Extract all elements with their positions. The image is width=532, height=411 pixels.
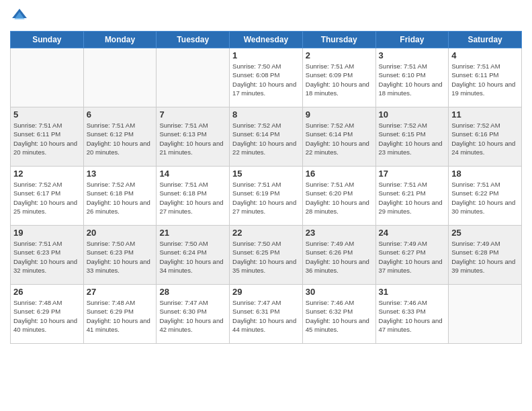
day-info: Sunrise: 7:48 AM Sunset: 6:29 PM Dayligh… (87, 298, 154, 334)
day-info: Sunrise: 7:51 AM Sunset: 6:10 PM Dayligh… (379, 62, 446, 97)
day-info: Sunrise: 7:51 AM Sunset: 6:12 PM Dayligh… (87, 121, 154, 156)
day-info: Sunrise: 7:49 AM Sunset: 6:28 PM Dayligh… (451, 239, 519, 275)
day-info: Sunrise: 7:52 AM Sunset: 6:16 PM Dayligh… (451, 121, 519, 156)
calendar-cell: 14Sunrise: 7:51 AM Sunset: 6:18 PM Dayli… (157, 167, 230, 226)
day-number: 19 (13, 228, 81, 238)
day-number: 14 (159, 169, 226, 179)
day-number: 5 (13, 109, 81, 120)
day-number: 29 (232, 287, 300, 297)
day-header-thursday: Thursday (302, 32, 375, 48)
day-info: Sunrise: 7:51 AM Sunset: 6:23 PM Dayligh… (13, 239, 81, 275)
calendar-cell: 20Sunrise: 7:50 AM Sunset: 6:23 PM Dayli… (83, 226, 157, 285)
day-info: Sunrise: 7:48 AM Sunset: 6:29 PM Dayligh… (13, 298, 81, 334)
calendar-cell (449, 285, 522, 344)
calendar-table: SundayMondayTuesdayWednesdayThursdayFrid… (10, 31, 522, 344)
day-number: 13 (87, 169, 154, 179)
day-number: 31 (379, 287, 446, 297)
calendar-cell: 7Sunrise: 7:51 AM Sunset: 6:13 PM Daylig… (157, 107, 230, 167)
day-number: 9 (306, 109, 373, 120)
day-number: 4 (451, 50, 519, 60)
day-number: 6 (87, 109, 154, 120)
day-header-friday: Friday (375, 32, 449, 48)
day-info: Sunrise: 7:47 AM Sunset: 6:31 PM Dayligh… (232, 298, 300, 334)
day-info: Sunrise: 7:50 AM Sunset: 6:23 PM Dayligh… (87, 239, 154, 275)
day-info: Sunrise: 7:50 AM Sunset: 6:24 PM Dayligh… (159, 239, 226, 275)
day-number: 8 (232, 109, 300, 120)
calendar-cell: 25Sunrise: 7:49 AM Sunset: 6:28 PM Dayli… (449, 226, 522, 285)
calendar-cell: 9Sunrise: 7:52 AM Sunset: 6:14 PM Daylig… (302, 107, 375, 167)
day-info: Sunrise: 7:52 AM Sunset: 6:15 PM Dayligh… (379, 121, 446, 156)
day-info: Sunrise: 7:46 AM Sunset: 6:33 PM Dayligh… (379, 298, 446, 334)
calendar-cell: 11Sunrise: 7:52 AM Sunset: 6:16 PM Dayli… (449, 107, 522, 167)
day-info: Sunrise: 7:46 AM Sunset: 6:32 PM Dayligh… (306, 298, 373, 334)
week-row-4: 19Sunrise: 7:51 AM Sunset: 6:23 PM Dayli… (11, 226, 522, 285)
day-info: Sunrise: 7:52 AM Sunset: 6:18 PM Dayligh… (87, 180, 154, 216)
calendar-cell: 12Sunrise: 7:52 AM Sunset: 6:17 PM Dayli… (11, 167, 84, 226)
day-info: Sunrise: 7:49 AM Sunset: 6:27 PM Dayligh… (379, 239, 446, 275)
day-header-sunday: Sunday (11, 32, 84, 48)
week-row-3: 12Sunrise: 7:52 AM Sunset: 6:17 PM Dayli… (11, 167, 522, 226)
day-info: Sunrise: 7:51 AM Sunset: 6:18 PM Dayligh… (159, 180, 226, 216)
calendar-cell: 26Sunrise: 7:48 AM Sunset: 6:29 PM Dayli… (11, 285, 84, 344)
day-number: 25 (451, 228, 519, 238)
day-info: Sunrise: 7:52 AM Sunset: 6:14 PM Dayligh… (232, 121, 300, 156)
day-number: 30 (306, 287, 373, 297)
day-number: 28 (159, 287, 226, 297)
calendar-cell: 30Sunrise: 7:46 AM Sunset: 6:32 PM Dayli… (302, 285, 375, 344)
week-row-2: 5Sunrise: 7:51 AM Sunset: 6:11 PM Daylig… (11, 107, 522, 167)
day-header-saturday: Saturday (449, 32, 522, 48)
day-info: Sunrise: 7:52 AM Sunset: 6:14 PM Dayligh… (306, 121, 373, 156)
day-info: Sunrise: 7:51 AM Sunset: 6:11 PM Dayligh… (13, 121, 81, 156)
calendar-cell: 15Sunrise: 7:51 AM Sunset: 6:19 PM Dayli… (230, 167, 303, 226)
calendar-cell: 6Sunrise: 7:51 AM Sunset: 6:12 PM Daylig… (83, 107, 157, 167)
week-row-1: 1Sunrise: 7:50 AM Sunset: 6:08 PM Daylig… (11, 48, 522, 107)
calendar-cell: 19Sunrise: 7:51 AM Sunset: 6:23 PM Dayli… (11, 226, 84, 285)
calendar-cell: 3Sunrise: 7:51 AM Sunset: 6:10 PM Daylig… (375, 48, 449, 107)
logo-icon (10, 7, 29, 26)
header (10, 7, 522, 26)
day-number: 11 (451, 109, 519, 120)
day-number: 27 (87, 287, 154, 297)
calendar-cell: 22Sunrise: 7:50 AM Sunset: 6:25 PM Dayli… (230, 226, 303, 285)
header-row: SundayMondayTuesdayWednesdayThursdayFrid… (11, 32, 522, 48)
day-info: Sunrise: 7:51 AM Sunset: 6:13 PM Dayligh… (159, 121, 226, 156)
day-number: 17 (379, 169, 446, 179)
day-number: 3 (379, 50, 446, 60)
calendar-cell: 10Sunrise: 7:52 AM Sunset: 6:15 PM Dayli… (375, 107, 449, 167)
day-header-wednesday: Wednesday (230, 32, 303, 48)
calendar-cell (83, 48, 157, 107)
day-info: Sunrise: 7:51 AM Sunset: 6:22 PM Dayligh… (451, 180, 519, 216)
day-number: 26 (13, 287, 81, 297)
calendar-cell: 24Sunrise: 7:49 AM Sunset: 6:27 PM Dayli… (375, 226, 449, 285)
day-number: 24 (379, 228, 446, 238)
calendar-cell (11, 48, 84, 107)
day-number: 7 (159, 109, 226, 120)
day-number: 1 (232, 50, 300, 60)
day-number: 15 (232, 169, 300, 179)
calendar-cell: 18Sunrise: 7:51 AM Sunset: 6:22 PM Dayli… (449, 167, 522, 226)
day-number: 16 (306, 169, 373, 179)
calendar-cell: 13Sunrise: 7:52 AM Sunset: 6:18 PM Dayli… (83, 167, 157, 226)
calendar-cell: 2Sunrise: 7:51 AM Sunset: 6:09 PM Daylig… (302, 48, 375, 107)
calendar-cell: 28Sunrise: 7:47 AM Sunset: 6:30 PM Dayli… (157, 285, 230, 344)
calendar-cell: 17Sunrise: 7:51 AM Sunset: 6:21 PM Dayli… (375, 167, 449, 226)
day-number: 21 (159, 228, 226, 238)
day-header-monday: Monday (83, 32, 157, 48)
day-number: 2 (306, 50, 373, 60)
day-number: 22 (232, 228, 300, 238)
calendar-cell: 5Sunrise: 7:51 AM Sunset: 6:11 PM Daylig… (11, 107, 84, 167)
logo (10, 7, 32, 26)
day-info: Sunrise: 7:52 AM Sunset: 6:17 PM Dayligh… (13, 180, 81, 216)
day-number: 10 (379, 109, 446, 120)
week-row-5: 26Sunrise: 7:48 AM Sunset: 6:29 PM Dayli… (11, 285, 522, 344)
day-number: 12 (13, 169, 81, 179)
day-info: Sunrise: 7:51 AM Sunset: 6:20 PM Dayligh… (306, 180, 373, 216)
calendar-cell: 31Sunrise: 7:46 AM Sunset: 6:33 PM Dayli… (375, 285, 449, 344)
calendar-cell: 1Sunrise: 7:50 AM Sunset: 6:08 PM Daylig… (230, 48, 303, 107)
day-info: Sunrise: 7:51 AM Sunset: 6:21 PM Dayligh… (379, 180, 446, 216)
day-number: 23 (306, 228, 373, 238)
day-number: 20 (87, 228, 154, 238)
calendar-cell: 29Sunrise: 7:47 AM Sunset: 6:31 PM Dayli… (230, 285, 303, 344)
day-info: Sunrise: 7:50 AM Sunset: 6:25 PM Dayligh… (232, 239, 300, 275)
day-info: Sunrise: 7:47 AM Sunset: 6:30 PM Dayligh… (159, 298, 226, 334)
